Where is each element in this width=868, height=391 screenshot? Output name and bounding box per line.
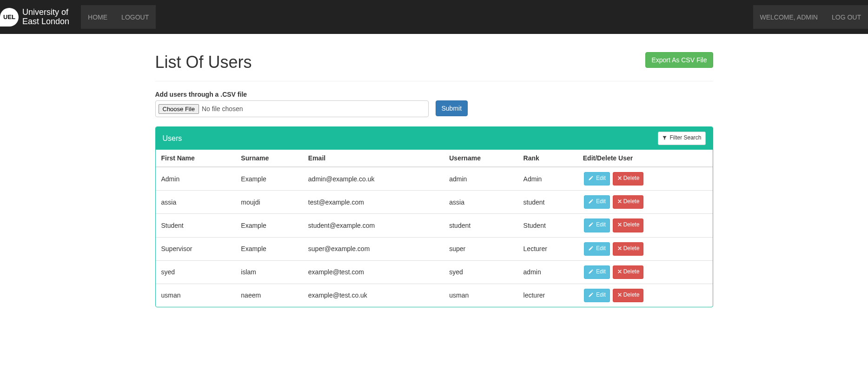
file-input[interactable]: Choose File No file chosen [155, 100, 429, 117]
edit-icon [588, 292, 594, 300]
cell-actions: Edit Delete [579, 260, 713, 284]
cell-first_name: usman [156, 284, 238, 307]
close-icon [617, 269, 623, 277]
users-panel: Users Filter Search First Name Surname E… [155, 126, 713, 307]
cell-actions: Edit Delete [579, 167, 713, 191]
cell-first_name: assia [156, 191, 238, 214]
brand-line2: East London [22, 17, 69, 27]
page-title: List Of Users [155, 53, 252, 72]
filter-icon [662, 135, 667, 143]
edit-button[interactable]: Edit [584, 265, 610, 279]
brand-text: University of East London [22, 8, 69, 27]
table-row: syedislamexample@test.comsyedadmin Edit … [156, 260, 713, 284]
cell-first_name: Supervisor [156, 237, 238, 260]
cell-email: example@test.co.uk [305, 284, 445, 307]
cell-email: test@example.com [305, 191, 445, 214]
delete-button[interactable]: Delete [613, 195, 644, 209]
panel-heading: Users Filter Search [156, 127, 713, 150]
table-row: StudentExamplestudent@example.comstudent… [156, 214, 713, 237]
filter-search-button[interactable]: Filter Search [658, 132, 705, 145]
cell-actions: Edit Delete [579, 191, 713, 214]
cell-email: example@test.com [305, 260, 445, 284]
cell-first_name: Student [156, 214, 238, 237]
delete-button[interactable]: Delete [613, 219, 644, 232]
cell-username: admin [445, 167, 519, 191]
close-icon [617, 199, 623, 206]
file-chosen-text: No file chosen [202, 105, 243, 113]
cell-username: super [445, 237, 519, 260]
nav-logout-link-right[interactable]: LOG OUT [825, 7, 868, 28]
top-navbar: UEL University of East London HOME LOGOU… [0, 0, 868, 34]
delete-button[interactable]: Delete [613, 289, 644, 302]
col-first-name: First Name [156, 150, 238, 167]
cell-surname: Example [237, 167, 305, 191]
col-actions: Edit/Delete User [579, 150, 713, 167]
edit-icon [588, 269, 594, 277]
nav-logout-link-left[interactable]: LOGOUT [114, 7, 156, 28]
close-icon [617, 292, 623, 300]
filter-search-label: Filter Search [669, 134, 701, 141]
cell-rank: Lecturer [520, 237, 579, 260]
col-rank: Rank [520, 150, 579, 167]
cell-first_name: syed [156, 260, 238, 284]
edit-icon [588, 222, 594, 230]
close-icon [617, 175, 623, 183]
cell-surname: moujdi [237, 191, 305, 214]
edit-button[interactable]: Edit [584, 195, 610, 209]
cell-actions: Edit Delete [579, 237, 713, 260]
users-table: First Name Surname Email Username Rank E… [156, 150, 713, 307]
nav-right-group: WELCOME, ADMIN LOG OUT [753, 5, 868, 29]
cell-email: admin@example.co.uk [305, 167, 445, 191]
cell-username: student [445, 214, 519, 237]
cell-rank: lecturer [520, 284, 579, 307]
nav-welcome-link[interactable]: WELCOME, ADMIN [753, 7, 825, 28]
cell-email: student@example.com [305, 214, 445, 237]
delete-button[interactable]: Delete [613, 242, 644, 256]
edit-button[interactable]: Edit [584, 172, 610, 186]
nav-home-link[interactable]: HOME [81, 7, 114, 28]
delete-button[interactable]: Delete [613, 265, 644, 279]
col-email: Email [305, 150, 445, 167]
cell-surname: islam [237, 260, 305, 284]
edit-button[interactable]: Edit [584, 219, 610, 232]
upload-label: Add users through a .CSV file [155, 91, 713, 98]
table-row: AdminExampleadmin@example.co.ukadminAdmi… [156, 167, 713, 191]
export-csv-button[interactable]: Export As CSV File [645, 52, 713, 68]
close-icon [617, 222, 623, 230]
edit-icon [588, 245, 594, 253]
brand[interactable]: UEL University of East London [0, 0, 76, 34]
brand-line1: University of [22, 8, 69, 17]
close-icon [617, 245, 623, 253]
cell-email: super@example.com [305, 237, 445, 260]
brand-badge: UEL [0, 8, 19, 27]
cell-rank: student [520, 191, 579, 214]
delete-button[interactable]: Delete [613, 172, 644, 186]
table-row: SupervisorExamplesuper@example.comsuperL… [156, 237, 713, 260]
cell-first_name: Admin [156, 167, 238, 191]
choose-file-button[interactable]: Choose File [159, 104, 199, 114]
table-row: usmannaeemexample@test.co.ukusmanlecture… [156, 284, 713, 307]
col-username: Username [445, 150, 519, 167]
cell-surname: Example [237, 214, 305, 237]
col-surname: Surname [237, 150, 305, 167]
cell-username: syed [445, 260, 519, 284]
nav-left-group: HOME LOGOUT [81, 5, 156, 29]
edit-icon [588, 199, 594, 206]
cell-username: usman [445, 284, 519, 307]
cell-username: assia [445, 191, 519, 214]
cell-surname: Example [237, 237, 305, 260]
edit-button[interactable]: Edit [584, 242, 610, 256]
cell-rank: admin [520, 260, 579, 284]
table-row: assiamoujditest@example.comassiastudent … [156, 191, 713, 214]
cell-actions: Edit Delete [579, 284, 713, 307]
edit-icon [588, 175, 594, 183]
cell-actions: Edit Delete [579, 214, 713, 237]
submit-button[interactable]: Submit [436, 100, 468, 116]
cell-rank: Admin [520, 167, 579, 191]
edit-button[interactable]: Edit [584, 289, 610, 302]
cell-rank: Student [520, 214, 579, 237]
cell-surname: naeem [237, 284, 305, 307]
panel-title: Users [163, 134, 182, 143]
